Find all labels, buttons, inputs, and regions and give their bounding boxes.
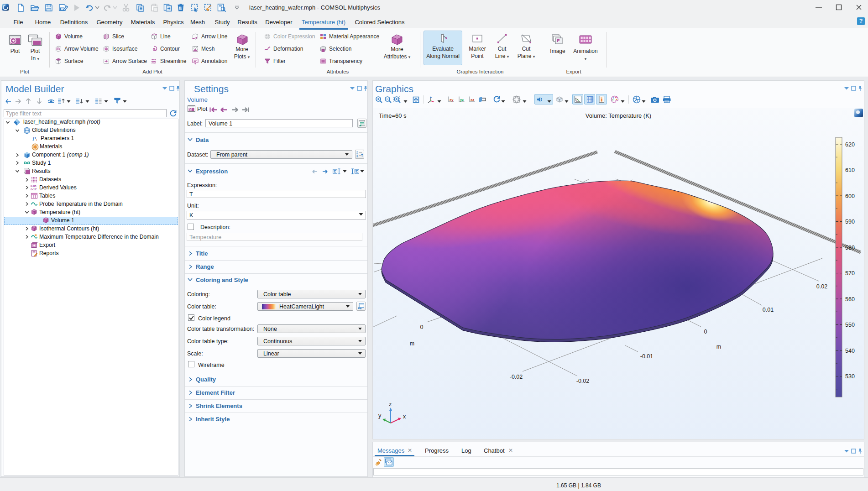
- svg-text:580: 580: [845, 245, 855, 251]
- svg-text:560: 560: [845, 296, 855, 303]
- svg-text:530: 530: [845, 373, 855, 380]
- svg-text:-0.02: -0.02: [576, 378, 590, 384]
- svg-text:-0.02: -0.02: [510, 374, 523, 380]
- svg-text:620: 620: [845, 141, 855, 148]
- svg-text:m: m: [716, 344, 721, 350]
- svg-text:yz: yz: [460, 98, 464, 102]
- svg-text:z: z: [389, 401, 392, 407]
- svg-text:m: m: [410, 340, 414, 347]
- svg-text:590: 590: [845, 219, 855, 225]
- svg-text:y: y: [378, 413, 382, 419]
- svg-text:0: 0: [704, 329, 707, 335]
- svg-text:xy: xy: [450, 98, 454, 102]
- svg-text:550: 550: [845, 322, 855, 328]
- svg-text:-0.01: -0.01: [640, 353, 654, 360]
- svg-text:0.01: 0.01: [763, 307, 774, 313]
- svg-text:x: x: [403, 413, 406, 420]
- svg-text:xz: xz: [471, 98, 474, 102]
- svg-text:P: P: [32, 135, 36, 142]
- svg-text:8.85: 8.85: [31, 184, 37, 188]
- svg-text:540: 540: [845, 348, 855, 354]
- svg-text:e-12: e-12: [31, 188, 37, 191]
- svg-text:0.02: 0.02: [816, 283, 827, 290]
- svg-text:0: 0: [420, 324, 424, 330]
- svg-text:570: 570: [845, 270, 855, 277]
- svg-text:610: 610: [845, 167, 855, 173]
- svg-text:i: i: [36, 138, 37, 142]
- svg-text:600: 600: [845, 193, 855, 199]
